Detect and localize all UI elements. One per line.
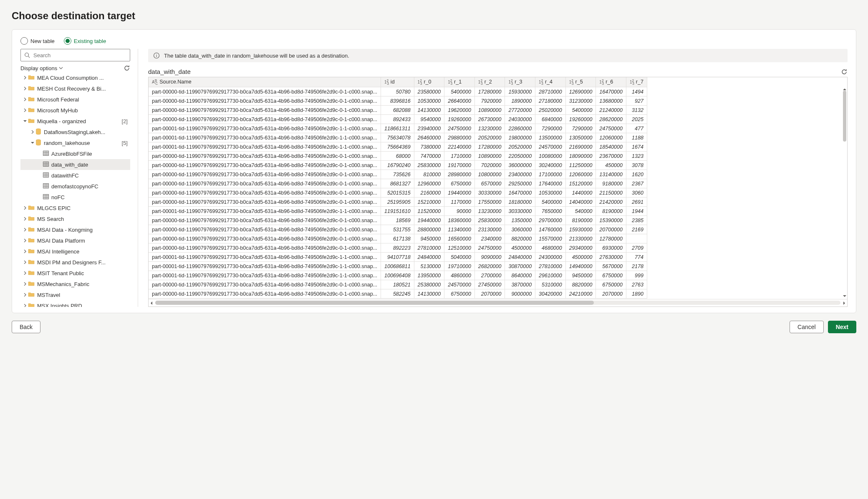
back-button[interactable]: Back [12,321,40,333]
table-cell: 12690000 [565,87,596,96]
grid-scroll-left-icon[interactable] [149,299,154,306]
tree-item[interactable]: MSAI Data - Kongming [20,224,130,235]
table-cell: 8820000 [565,280,596,289]
tree-item[interactable]: random_lakehouse[5] [20,137,130,148]
table-row[interactable]: part-00001-tid-1199079769929​17730-b0ca7… [149,133,647,142]
info-icon [153,52,160,59]
refresh-preview-button[interactable] [841,68,848,75]
table-cell: 26460000 [414,133,444,142]
tree-item[interactable]: MSIT Tenant Public [20,268,130,279]
tree-item-label: MS Search [37,216,64,222]
radio-existing-table[interactable]: Existing table [64,37,106,45]
table-cell: 13140000 [596,170,626,179]
caret-icon [22,109,28,112]
grid-horizontal-scrollbar[interactable] [155,301,840,305]
tree-item[interactable]: MSX Insights PRD [20,300,130,307]
table-row[interactable]: part-00000-tid-1199079769929​17730-b0ca7… [149,225,647,234]
table-row[interactable]: part-00000-tid-1199079769929​17730-b0ca7… [149,161,647,170]
table-row[interactable]: part-00001-tid-1199079769929​17730-b0ca7… [149,271,647,280]
tree-item[interactable]: DataflowsStagingLakeh... [20,127,130,137]
tree-item[interactable]: MSAI Data Platform [20,235,130,246]
column-header[interactable]: 123r_7 [626,77,647,87]
radio-existing-table-label: Existing table [74,38,106,44]
tree-item[interactable]: MESH Cost Recovery & Bi... [20,83,130,94]
navigator-tree: MEA Cloud Consumption ...MESH Cost Recov… [20,72,130,307]
table-cell: 17550000 [474,198,505,207]
column-header[interactable]: ABCSource.Name [149,77,381,87]
tree-item[interactable]: MS Search [20,213,130,224]
table-cell: 90000 [444,207,475,216]
column-header[interactable]: 123r_2 [474,77,505,87]
table-cell: 892223 [381,243,414,253]
table-cell: 477 [626,124,647,133]
tree-item[interactable]: data_with_date [20,159,130,170]
table-row[interactable]: part-00000-tid-1199079769929​17730-b0ca7… [149,280,647,289]
column-type-icon: 123 [599,80,604,84]
table-cell: 8190000 [565,216,596,225]
display-options-toggle[interactable]: Display options [20,65,63,71]
table-row[interactable]: part-00000-tid-1199079769929​17730-b0ca7… [149,188,647,198]
tree-item-count: [5] [119,140,128,146]
table-row[interactable]: part-00000-tid-1199079769929​17730-b0ca7… [149,198,647,207]
column-header[interactable]: 123r_0 [414,77,444,87]
search-box[interactable] [20,49,130,61]
cancel-button[interactable]: Cancel [790,321,824,333]
table-cell: 24840000 [414,253,444,262]
tree-item[interactable]: MLGCS EPIC [20,203,130,213]
next-button[interactable]: Next [828,321,856,333]
tree-item[interactable]: noFC [20,192,130,203]
column-header[interactable]: 123r_6 [596,77,626,87]
tree-item[interactable]: MSAI Intelligence [20,246,130,257]
table-row[interactable]: part-00000-tid-1199079769929​17730-b0ca7… [149,106,647,115]
folder-icon [28,205,35,212]
table-cell: 30870000 [505,262,535,271]
table-cell: 4680000 [535,243,566,253]
search-input[interactable] [33,52,126,59]
table-cell: 6750000 [444,179,475,188]
column-header[interactable]: 123id [381,77,414,87]
table-row[interactable]: part-00000-tid-1199079769929​17730-b0ca7… [149,289,647,299]
column-header[interactable]: 123r_5 [565,77,596,87]
table-row[interactable]: part-00000-tid-1199079769929​17730-b0ca7… [149,170,647,179]
caret-icon [22,293,28,296]
preview-pane: The table data_with_date in random_lakeh… [138,49,848,307]
column-header[interactable]: 123r_3 [505,77,535,87]
tree-item[interactable]: datawithFC [20,170,130,181]
grid-scroll-down-icon[interactable] [842,293,847,299]
chevron-down-icon [59,66,63,70]
data-grid: ABCSource.Name123id123r_0123r_1123r_2123… [148,77,848,307]
table-row[interactable]: part-00000-tid-1199079769929​17730-b0ca7… [149,243,647,253]
tree-item[interactable]: Microsoft Federal [20,94,130,105]
table-row[interactable]: part-00000-tid-1199079769929​17730-b0ca7… [149,87,647,96]
table-cell: 927 [626,96,647,106]
tree-item[interactable]: Microsoft MyHub [20,105,130,116]
table-row[interactable]: part-00001-tid-1199079769929​17730-b0ca7… [149,253,647,262]
table-row[interactable]: part-00001-tid-1199079769929​17730-b0ca7… [149,142,647,152]
table-row[interactable]: part-00001-tid-1199079769929​17730-b0ca7… [149,207,647,216]
table-row[interactable]: part-00001-tid-1199079769929​17730-b0ca7… [149,124,647,133]
table-row[interactable]: part-00000-tid-1199079769929​17730-b0ca7… [149,115,647,124]
table-row[interactable]: part-00000-tid-1199079769929​17730-b0ca7… [149,152,647,161]
table-row[interactable]: part-00000-tid-1199079769929​17730-b0ca7… [149,216,647,225]
column-header[interactable]: 123r_1 [444,77,475,87]
radio-new-table[interactable]: New table [20,37,55,45]
grid-vertical-scrollbar[interactable] [842,86,847,299]
column-header[interactable]: 123r_4 [535,77,566,87]
table-cell: 2763 [626,280,647,289]
table-cell: 75664369 [381,142,414,152]
table-row[interactable]: part-00000-tid-1199079769929​17730-b0ca7… [149,179,647,188]
folder-icon [28,107,35,114]
tree-item[interactable]: MSMechanics_Fabric [20,279,130,289]
table-row[interactable]: part-00000-tid-1199079769929​17730-b0ca7… [149,234,647,243]
tree-item[interactable]: demofastcopynoFC [20,181,130,192]
refresh-tree-button[interactable] [124,65,130,71]
tree-item[interactable]: MSDI PM and Designers F... [20,257,130,268]
tree-item[interactable]: AzureBlobFSFile [20,148,130,159]
tree-item[interactable]: MSTravel [20,289,130,300]
table-row[interactable]: part-00001-tid-1199079769929​17730-b0ca7… [149,262,647,271]
table-cell: 617138 [381,234,414,243]
tree-item[interactable]: Miquella - organized[2] [20,116,130,127]
table-row[interactable]: part-00000-tid-1199079769929​17730-b0ca7… [149,96,647,106]
tree-item[interactable]: MEA Cloud Consumption ... [20,72,130,83]
grid-scroll-right-icon[interactable] [841,299,847,306]
